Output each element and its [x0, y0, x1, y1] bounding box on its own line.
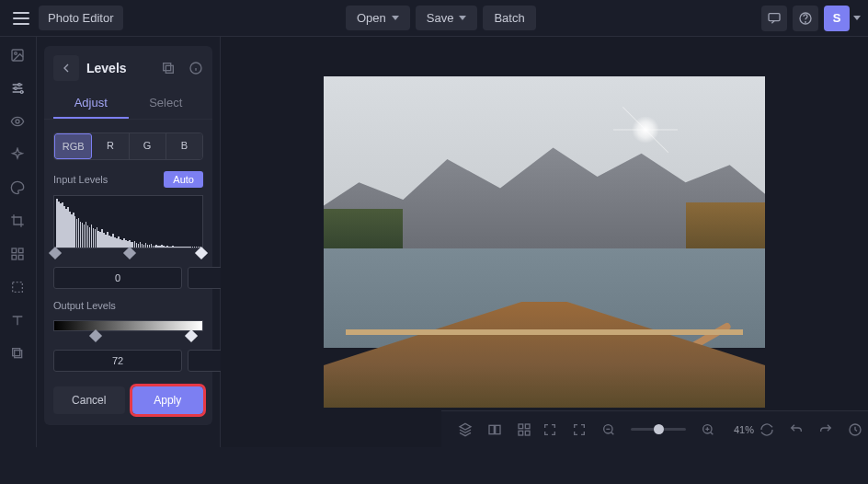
input-levels-label: Input Levels	[53, 174, 108, 185]
svg-rect-14	[14, 351, 21, 358]
tab-adjust[interactable]: Adjust	[53, 88, 129, 119]
svg-rect-16	[166, 65, 173, 73]
left-tool-rail	[0, 37, 37, 447]
channel-b[interactable]: B	[166, 133, 202, 159]
svg-rect-12	[18, 255, 23, 259]
svg-rect-24	[525, 431, 530, 435]
svg-rect-20	[496, 425, 500, 433]
batch-button[interactable]: Batch	[483, 6, 535, 30]
compare-icon[interactable]	[482, 417, 508, 443]
cancel-button[interactable]: Cancel	[53, 386, 125, 414]
grid-view-icon[interactable]	[511, 417, 537, 443]
image-icon[interactable]	[10, 48, 27, 64]
zoom-slider[interactable]	[631, 428, 686, 431]
svg-rect-15	[12, 349, 19, 356]
input-slider[interactable]	[53, 248, 203, 261]
avatar[interactable]: S	[824, 6, 850, 31]
chevron-down-icon	[459, 16, 466, 20]
crop-icon[interactable]	[10, 213, 27, 230]
comment-icon[interactable]	[761, 6, 787, 31]
svg-rect-10	[18, 248, 23, 253]
layers-toggle-icon[interactable]	[452, 417, 478, 443]
svg-point-5	[17, 84, 20, 86]
channel-r[interactable]: R	[92, 133, 129, 159]
output-gradient	[53, 320, 203, 331]
svg-rect-13	[12, 282, 22, 293]
svg-point-8	[16, 120, 19, 123]
refresh-icon[interactable]	[754, 417, 780, 443]
photo-preview	[324, 76, 765, 408]
input-handle-mid[interactable]	[123, 247, 136, 259]
app-title: Photo Editor	[39, 6, 123, 30]
svg-rect-23	[519, 431, 523, 435]
zoom-out-icon[interactable]	[596, 417, 622, 443]
svg-point-4	[14, 52, 17, 55]
svg-point-6	[14, 87, 17, 90]
fit-icon[interactable]	[566, 417, 592, 443]
zoom-in-icon[interactable]	[695, 417, 721, 443]
output-low-field[interactable]	[53, 350, 182, 372]
select-icon[interactable]	[10, 280, 27, 296]
svg-rect-0	[769, 13, 780, 20]
channel-g[interactable]: G	[130, 133, 166, 159]
svg-rect-11	[12, 255, 17, 259]
chevron-down-icon	[392, 16, 399, 20]
histogram	[53, 195, 203, 248]
palette-icon[interactable]	[10, 180, 27, 197]
history-icon[interactable]	[842, 417, 868, 443]
panel-title: Levels	[86, 61, 148, 75]
text-icon[interactable]	[10, 313, 27, 329]
svg-rect-21	[519, 424, 523, 429]
auto-button[interactable]: Auto	[164, 171, 203, 188]
copy-icon[interactable]	[161, 61, 176, 75]
undo-icon[interactable]	[783, 417, 809, 443]
apply-button[interactable]: Apply	[132, 386, 204, 414]
input-low-field[interactable]	[53, 267, 182, 289]
svg-point-2	[805, 21, 806, 22]
back-button[interactable]	[53, 55, 79, 81]
output-handle-low[interactable]	[89, 329, 102, 342]
fullscreen-icon[interactable]	[537, 417, 563, 443]
info-icon[interactable]	[188, 61, 203, 75]
channel-rgb[interactable]: RGB	[54, 133, 92, 159]
help-icon[interactable]	[793, 6, 818, 31]
eye-icon[interactable]	[10, 114, 27, 131]
output-handle-high[interactable]	[185, 329, 198, 342]
menu-hamburger[interactable]	[13, 12, 29, 25]
input-handle-low[interactable]	[49, 247, 62, 259]
svg-rect-22	[525, 424, 530, 429]
output-levels-label: Output Levels	[53, 300, 116, 311]
save-button[interactable]: Save	[416, 6, 478, 30]
layers-icon[interactable]	[10, 346, 27, 363]
tab-select[interactable]: Select	[129, 88, 204, 119]
output-slider[interactable]	[53, 331, 203, 344]
channel-selector: RGB R G B	[53, 133, 203, 160]
grid-icon[interactable]	[10, 247, 27, 263]
svg-rect-9	[12, 248, 17, 253]
canvas-area[interactable]: 41%	[221, 37, 868, 447]
zoom-percent: 41%	[734, 424, 754, 435]
chevron-down-icon[interactable]	[853, 16, 861, 20]
open-button[interactable]: Open	[346, 6, 410, 30]
svg-rect-17	[164, 63, 171, 71]
svg-rect-19	[489, 425, 494, 433]
sliders-icon[interactable]	[10, 81, 27, 98]
redo-icon[interactable]	[813, 417, 839, 443]
svg-point-7	[20, 91, 23, 94]
input-handle-high[interactable]	[195, 247, 208, 259]
sparkle-icon[interactable]	[10, 147, 27, 164]
